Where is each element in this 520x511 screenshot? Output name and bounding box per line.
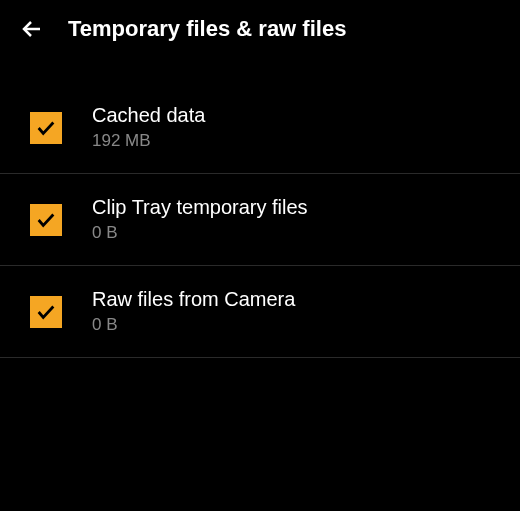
header: Temporary files & raw files — [0, 0, 520, 58]
back-button[interactable] — [20, 17, 44, 41]
item-size: 0 B — [92, 315, 295, 335]
item-label: Cached data — [92, 104, 205, 127]
item-content: Cached data 192 MB — [92, 104, 205, 151]
item-size: 192 MB — [92, 131, 205, 151]
list-item-raw-files[interactable]: Raw files from Camera 0 B — [0, 266, 520, 358]
back-arrow-icon — [20, 17, 44, 41]
item-label: Raw files from Camera — [92, 288, 295, 311]
file-category-list: Cached data 192 MB Clip Tray temporary f… — [0, 58, 520, 358]
page-title: Temporary files & raw files — [68, 16, 346, 42]
checkmark-icon — [35, 209, 57, 231]
item-label: Clip Tray temporary files — [92, 196, 308, 219]
checkbox-cached-data[interactable] — [30, 112, 62, 144]
checkbox-raw-files[interactable] — [30, 296, 62, 328]
item-size: 0 B — [92, 223, 308, 243]
item-content: Clip Tray temporary files 0 B — [92, 196, 308, 243]
list-item-cached-data[interactable]: Cached data 192 MB — [0, 82, 520, 174]
list-item-clip-tray[interactable]: Clip Tray temporary files 0 B — [0, 174, 520, 266]
item-content: Raw files from Camera 0 B — [92, 288, 295, 335]
checkmark-icon — [35, 117, 57, 139]
checkbox-clip-tray[interactable] — [30, 204, 62, 236]
checkmark-icon — [35, 301, 57, 323]
